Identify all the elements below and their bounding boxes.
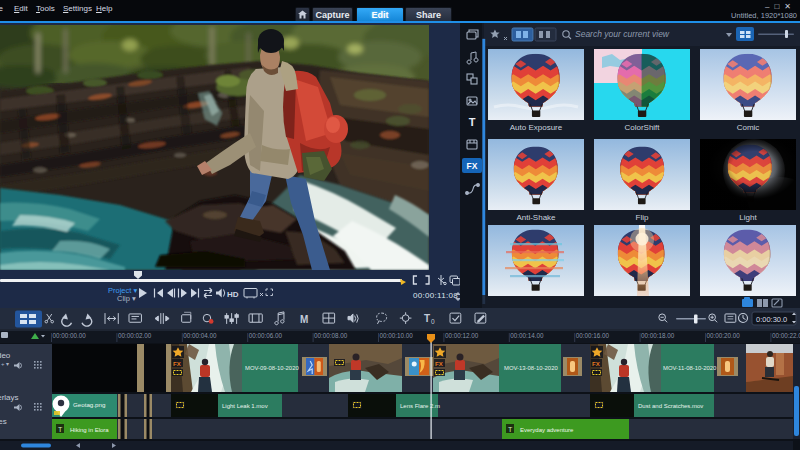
svg-text:MOV-09-08-10-2020: MOV-09-08-10-2020 — [245, 365, 299, 371]
svg-text:00:00:02.00: 00:00:02.00 — [118, 332, 152, 339]
svg-text:00:00:06.00: 00:00:06.00 — [249, 332, 283, 339]
svg-text:T: T — [469, 116, 476, 128]
svg-text:Everyday adventure: Everyday adventure — [520, 427, 574, 433]
svg-text:MOV-13-08-10-2020: MOV-13-08-10-2020 — [504, 365, 558, 371]
svg-text:00:00:14.00: 00:00:14.00 — [510, 332, 544, 339]
svg-text:Search your current view: Search your current view — [575, 29, 670, 39]
svg-text:00:00:00.00: 00:00:00.00 — [53, 332, 87, 339]
svg-text:00:00:10.00: 00:00:10.00 — [380, 332, 414, 339]
svg-text:Video: Video — [0, 351, 11, 360]
svg-text:Lens Flare 2.m: Lens Flare 2.m — [400, 403, 440, 409]
svg-text:T: T — [508, 426, 513, 433]
svg-text:0: 0 — [431, 318, 435, 325]
svg-text:M: M — [300, 314, 308, 325]
svg-text:00:00:04.00: 00:00:04.00 — [183, 332, 217, 339]
svg-text:MOV-11-08-10-2020: MOV-11-08-10-2020 — [663, 365, 717, 371]
svg-text:00:00:12.00: 00:00:12.00 — [445, 332, 479, 339]
svg-text:HD: HD — [227, 290, 239, 299]
svg-text:00:00:18.00: 00:00:18.00 — [641, 332, 675, 339]
svg-text:00:00:20.00: 00:00:20.00 — [707, 332, 741, 339]
svg-text:+: + — [1, 361, 5, 367]
svg-text:Titles: Titles — [0, 417, 7, 426]
svg-text:FX: FX — [435, 361, 443, 367]
svg-text:00:00:16.00: 00:00:16.00 — [576, 332, 610, 339]
svg-text:Hiking in Elora: Hiking in Elora — [70, 427, 109, 433]
svg-text:FX: FX — [467, 161, 478, 171]
svg-text:T: T — [58, 426, 63, 433]
svg-text:▾: ▾ — [6, 361, 9, 367]
svg-text:Light Leak 1.mov: Light Leak 1.mov — [222, 403, 268, 409]
svg-text:Geotag.png: Geotag.png — [73, 401, 106, 408]
svg-text:Dust and Scratches.mov: Dust and Scratches.mov — [638, 403, 703, 409]
svg-text:Overlays: Overlays — [0, 393, 19, 402]
svg-text:00:00:22.00: 00:00:22.00 — [772, 332, 800, 339]
svg-text:T: T — [424, 313, 430, 324]
svg-text:0:00:30.0: 0:00:30.0 — [756, 315, 787, 324]
svg-text:00:00:08.00: 00:00:08.00 — [314, 332, 348, 339]
svg-text:FX: FX — [173, 361, 181, 367]
svg-text:FX: FX — [592, 361, 600, 367]
